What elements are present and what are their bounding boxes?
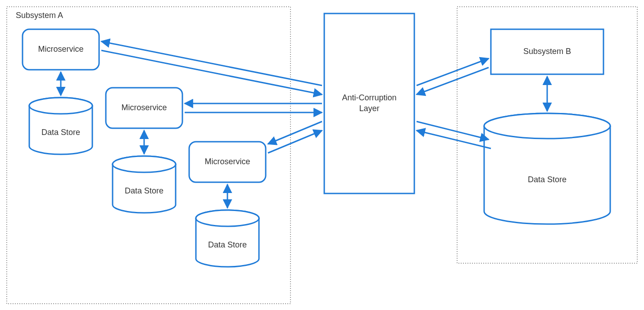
architecture-diagram: Subsystem A Anti-Corruption Layer Micros… bbox=[0, 0, 644, 310]
data-store-cylinder bbox=[29, 98, 92, 154]
microservice-label: Microservice bbox=[121, 103, 167, 112]
acl-label-2: Layer bbox=[359, 104, 379, 113]
connector-acl-to-ms3 bbox=[268, 121, 322, 144]
data-store-cylinder bbox=[196, 210, 259, 267]
connector-acl-to-ms1 bbox=[101, 41, 322, 85]
microservice-label: Microservice bbox=[204, 157, 250, 166]
subsystem-b-label: Subsystem B bbox=[523, 47, 571, 56]
data-store-b-label: Data Store bbox=[528, 175, 567, 184]
svg-point-5 bbox=[196, 210, 259, 226]
connector-acl-to-dsb bbox=[417, 121, 489, 139]
svg-point-7 bbox=[484, 113, 610, 139]
microservice-label: Microservice bbox=[38, 45, 83, 54]
connector-dsb-to-acl bbox=[417, 130, 491, 148]
connector-ms3-to-acl bbox=[268, 130, 322, 153]
data-store-label: Data Store bbox=[125, 186, 163, 195]
subsystem-a-label: Subsystem A bbox=[16, 11, 63, 20]
svg-point-1 bbox=[29, 98, 92, 114]
data-store-label: Data Store bbox=[41, 128, 80, 137]
data-store-cylinder-b bbox=[484, 113, 610, 224]
acl-label-1: Anti-Corruption bbox=[342, 93, 396, 102]
data-store-label: Data Store bbox=[208, 240, 247, 249]
svg-point-3 bbox=[113, 156, 176, 172]
data-store-cylinder bbox=[113, 156, 176, 213]
